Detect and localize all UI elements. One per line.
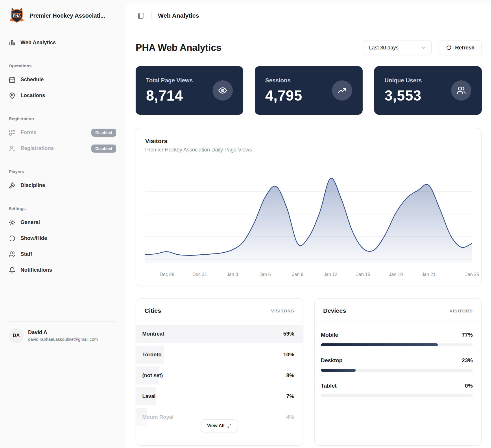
x-tick-label: Dec 28 [160,272,174,277]
user-check-icon [9,145,16,152]
eye-icon-circle [213,80,233,101]
forms-icon [9,129,16,136]
stat-value: 3,553 [385,87,422,104]
sidebar-item-general[interactable]: General [9,214,116,230]
device-row: Mobile77% [321,332,473,346]
city-name: Montreal [142,331,164,337]
device-name: Tablet [321,383,337,389]
device-name: Mobile [321,332,338,338]
sidebar-toggle-button[interactable] [136,11,145,20]
device-visitors-pct: 0% [465,383,473,389]
sidebar-item-label: Schedule [21,77,44,83]
view-all-button[interactable]: View All [202,419,237,432]
section-label-registration: Registration [9,116,116,121]
stat-card-page-views: Total Page Views 8,714 [136,66,243,115]
date-range-value: Last 30 days [369,45,398,51]
stat-card-unique-users: Unique Users 3,553 [374,66,482,115]
city-name: Toronto [142,352,162,358]
city-row: Laval7% [136,387,303,405]
view-all-label: View All [207,423,224,428]
map-pin-icon [9,92,16,99]
x-tick-label: Jan 25 [465,272,479,277]
sidebar-nav: Web Analytics Operations Schedule Forms … [9,35,116,278]
progress-track [321,369,473,372]
city-visitors-pct: 7% [286,393,294,399]
sidebar-item-label: General [21,219,40,225]
users-icon [9,251,16,258]
cities-title: Cities [145,307,161,314]
content: PHA Web Analytics Last 30 days Refresh T… [125,28,491,448]
sidebar-item-registrations[interactable]: Registrations Disabled [9,140,116,156]
city-visitors-pct: 59% [283,331,294,337]
devices-card: Devices VISITORS Mobile77% Desktop23% Ta… [314,298,482,446]
user-email: david.raphael.assouline@gmail.com [28,337,98,342]
refresh-button[interactable]: Refresh [439,40,482,55]
x-tick-label: Jan 15 [356,272,370,277]
org-logo-icon: PHA [9,8,25,24]
users-icon-circle [451,80,471,101]
section-label-players: Players [9,169,116,174]
city-name: Mount Royal [142,414,173,420]
city-row: Montreal59% [136,325,303,343]
area-chart: Dec 28Dec 31Jan 3Jan 6Jan 9Jan 12Jan 15J… [145,160,472,281]
sidebar-item-label: Notifications [21,267,52,273]
main-panel: Web Analytics PHA Web Analytics Last 30 … [125,3,491,448]
sidebar-item-notifications[interactable]: Notifications [9,262,116,278]
x-axis-ticks: Dec 28Dec 31Jan 3Jan 6Jan 9Jan 12Jan 15J… [145,270,472,281]
user-profile[interactable]: DA David A david.raphael.assouline@gmail… [9,321,116,352]
section-label-settings: Settings [9,206,116,211]
svg-text:PHA: PHA [13,14,21,18]
org-switcher[interactable]: PHA Premier Hockey Associati... [9,8,116,24]
devices-table: Mobile77% Desktop23% Tablet0% [315,321,482,397]
stat-cards: Total Page Views 8,714 Sessions 4,795 [136,66,482,115]
sidebar-item-label: Registrations [21,145,54,151]
bell-icon [9,267,16,274]
sidebar-item-discipline[interactable]: Discipline [9,177,116,193]
sidebar-item-label: Locations [21,92,45,99]
sidebar-item-forms[interactable]: Forms Disabled [9,125,116,140]
sidebar-item-schedule[interactable]: Schedule [9,72,116,88]
sidebar-item-label: Web Analytics [21,40,56,46]
progress-fill [321,343,438,346]
refresh-label: Refresh [455,45,475,51]
sidebar-item-label: Show/Hide [21,235,47,241]
device-row: Tablet0% [321,383,473,397]
divider [151,12,152,19]
city-name: Laval [142,393,156,399]
date-range-select[interactable]: Last 30 days [363,40,432,55]
sidebar: PHA Premier Hockey Associati... Web Anal… [0,0,125,448]
city-row: Toronto10% [136,346,303,364]
city-row: (not set)8% [136,366,303,384]
sidebar-item-label: Staff [21,251,32,257]
progress-track [321,343,473,346]
device-row: Desktop23% [321,357,473,372]
users-icon [457,86,466,95]
gavel-icon [9,182,16,189]
expand-icon [227,424,232,428]
trending-up-icon-circle [332,80,352,101]
sidebar-item-show-hide[interactable]: Show/Hide [9,230,116,246]
sidebar-item-label: Discipline [21,182,45,188]
x-tick-label: Dec 31 [192,272,207,277]
x-tick-label: Jan 3 [227,272,238,277]
x-tick-label: Jan 6 [259,272,271,277]
cities-card: Cities VISITORS Montreal59% Toronto10% (… [136,298,303,446]
sidebar-item-staff[interactable]: Staff [9,246,116,262]
panel-left-icon [137,12,144,19]
device-name: Desktop [321,357,343,364]
cities-table: Montreal59% Toronto10% (not set)8% Laval… [136,321,303,426]
breadcrumb-title: Web Analytics [158,12,199,19]
area-chart-svg [145,160,472,267]
x-tick-label: Jan 21 [422,272,435,277]
avatar: DA [9,328,24,343]
bar-chart-icon [9,39,16,46]
sidebar-item-web-analytics[interactable]: Web Analytics [9,35,116,51]
sidebar-item-locations[interactable]: Forms Locations [9,88,116,103]
page-title: PHA Web Analytics [136,42,221,53]
device-visitors-pct: 77% [462,332,473,338]
show-hide-icon [9,235,16,242]
section-label-operations: Operations [9,63,116,68]
chevron-down-icon [420,45,426,51]
device-visitors-pct: 23% [462,357,473,364]
refresh-icon [446,45,452,51]
